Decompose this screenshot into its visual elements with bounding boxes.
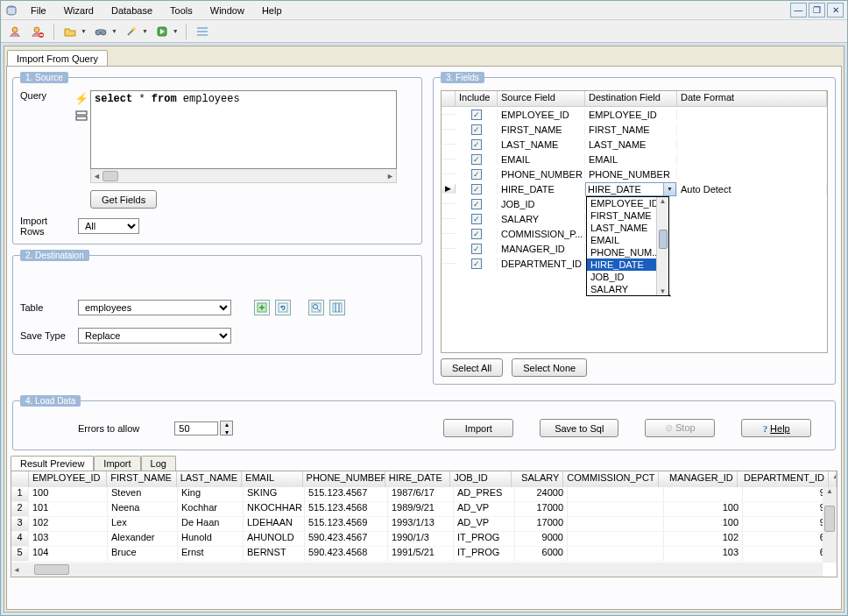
destination-field-cell[interactable]: EMPLOYEE_ID [585,110,677,120]
query-textarea[interactable]: select * from employees [90,90,397,169]
select-all-button[interactable]: Select All [441,358,503,377]
include-checkbox[interactable]: ✓ [471,184,482,195]
row-indicator [442,114,456,115]
date-format-cell[interactable]: Auto Detect [677,184,827,195]
select-none-button[interactable]: Select None [512,358,587,377]
save-to-sql-button[interactable]: Save to Sql [540,419,618,437]
toolbar-user-remove-icon[interactable] [29,23,46,40]
preview-col-header[interactable]: EMAIL [242,471,302,487]
table-select[interactable]: employees [78,300,231,315]
destination-field-cell[interactable]: FIRST_NAME [585,124,677,135]
preview-cell: IT_PROG [454,547,515,562]
menu-tools[interactable]: Tools [161,4,201,18]
tab-import[interactable]: Import [94,456,140,471]
preview-cell [568,532,664,547]
toolbar-binoculars-icon[interactable]: ▼ [92,23,117,40]
menu-wizard[interactable]: Wizard [55,4,102,18]
include-checkbox[interactable]: ✓ [471,244,482,254]
preview-row[interactable]: 2101NeenaKochharNKOCHHAR515.123.45681989… [11,502,837,517]
destination-dropdown-list[interactable]: EMPLOYEE_IDFIRST_NAMELAST_NAMEEMAILPHONE… [586,196,669,296]
fields-row[interactable]: ✓PHONE_NUMBERPHONE_NUMBER [442,166,827,181]
preview-col-header[interactable]: PHONE_NUMBER [303,471,385,487]
save-type-select[interactable]: Replace [78,328,231,343]
preview-vscroll[interactable]: ▲ [823,487,837,563]
import-button[interactable]: Import [443,419,513,437]
import-rows-select[interactable]: All [78,218,139,234]
query-label: Query [20,90,73,209]
preview-row[interactable]: 5104BruceErnstBERNST590.423.45681991/5/2… [11,547,837,562]
include-checkbox[interactable]: ✓ [471,258,482,269]
preview-row[interactable]: 4103AlexanderHunoldAHUNOLD590.423.456719… [11,532,837,547]
include-checkbox[interactable]: ✓ [471,139,482,150]
minimize-button[interactable]: — [790,3,807,18]
col-destination-field[interactable]: Destination Field [585,91,677,106]
preview-col-header[interactable]: SALARY [512,471,564,487]
include-checkbox[interactable]: ✓ [471,154,482,165]
fields-grid[interactable]: Include Source Field Destination Field D… [441,90,828,353]
get-fields-button[interactable]: Get Fields [90,190,157,209]
include-checkbox[interactable]: ✓ [471,199,482,209]
fields-row[interactable]: ✓LAST_NAMELAST_NAME [442,137,827,152]
dropdown-button[interactable]: ▼ [663,183,675,195]
preview-col-header[interactable]: MANAGER_ID [659,471,737,487]
preview-col-header[interactable]: JOB_ID [450,471,511,487]
menu-database[interactable]: Database [102,4,161,18]
table-view-icon[interactable] [308,300,324,315]
query-scrollbar[interactable]: ◄► [90,169,397,183]
preview-grid[interactable]: EMPLOYEE_IDFIRST_NAMELAST_NAMEEMAILPHONE… [11,471,837,577]
close-button[interactable]: ✕ [827,3,844,18]
table-refresh-icon[interactable] [275,300,291,315]
errors-input[interactable] [174,421,218,435]
maximize-button[interactable]: ❐ [809,3,825,18]
toolbar-user-icon[interactable] [6,23,24,40]
preview-col-header[interactable]: DEPARTMENT_ID [738,471,829,487]
source-field-cell: SALARY [498,214,585,224]
toolbar-list-icon[interactable] [194,23,211,40]
table-columns-icon[interactable] [329,300,345,315]
tab-result-preview[interactable]: Result Preview [11,456,94,471]
bolt-icon[interactable]: ⚡ [74,92,88,105]
destination-field-cell[interactable]: HIRE_DATE▼ [585,182,677,196]
fields-row[interactable]: ✓FIRST_NAMEFIRST_NAME [442,122,827,137]
preview-col-header[interactable]: EMPLOYEE_ID [29,471,107,487]
include-checkbox[interactable]: ✓ [471,229,482,239]
preview-cell: Bruce [108,547,178,562]
col-date-format[interactable]: Date Format [677,91,827,106]
preview-col-header[interactable]: COMMISSION_PCT [563,471,659,487]
toolbar-run-icon[interactable]: ▼ [153,23,179,40]
preview-cell: 100 [664,502,743,517]
table-add-icon[interactable] [254,300,270,315]
menu-file[interactable]: File [22,4,55,18]
destination-field-cell[interactable]: PHONE_NUMBER [585,169,677,180]
include-checkbox[interactable]: ✓ [471,124,482,135]
menu-help[interactable]: Help [253,4,291,18]
preview-cell: Lex [108,517,178,532]
include-checkbox[interactable]: ✓ [471,110,482,120]
preview-cell: 90 [743,517,835,532]
preview-hscroll[interactable]: ◄ [11,563,823,577]
col-include[interactable]: Include [456,91,498,106]
tab-log[interactable]: Log [141,456,176,471]
toolbar-wand-icon[interactable]: ▼ [123,23,148,40]
help-button[interactable]: ? Help [741,419,811,437]
preview-row[interactable]: 1100StevenKingSKING515.123.45671987/6/17… [11,487,837,502]
preview-col-header[interactable]: LAST_NAME [177,471,242,487]
dropdown-scrollbar[interactable]: ▲▼ [656,197,668,295]
errors-spinner[interactable]: ▴▾ [220,421,233,435]
sql-icon[interactable] [75,110,88,121]
col-source-field[interactable]: Source Field [498,91,585,106]
stop-button[interactable]: ⊘ Stop [645,419,715,437]
menu-window[interactable]: Window [201,4,253,18]
include-checkbox[interactable]: ✓ [471,214,482,224]
toolbar-folder-icon[interactable]: ▼ [61,23,87,40]
preview-col-header[interactable]: FIRST_NAME [107,471,176,487]
tab-import-from-query[interactable]: Import From Query [7,50,108,66]
fields-row[interactable]: ▶✓HIRE_DATEHIRE_DATE▼Auto Detect [442,181,827,196]
fields-row[interactable]: ✓EMPLOYEE_IDEMPLOYEE_ID [442,107,827,122]
preview-col-header[interactable]: HIRE_DATE [385,471,450,487]
destination-field-cell[interactable]: LAST_NAME [585,139,677,150]
destination-field-cell[interactable]: EMAIL [585,154,677,165]
fields-row[interactable]: ✓EMAILEMAIL [442,152,827,166]
include-checkbox[interactable]: ✓ [471,169,482,180]
preview-row[interactable]: 3102LexDe HaanLDEHAAN515.123.45691993/1/… [11,517,837,532]
